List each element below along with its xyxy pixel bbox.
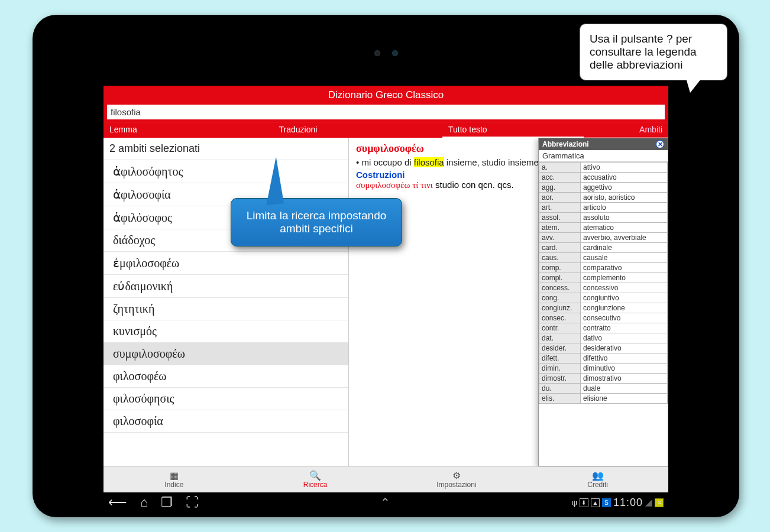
list-item[interactable]: φιλοσοφία	[103, 410, 348, 433]
nav-indice[interactable]: ▦Indice	[103, 467, 245, 492]
list-item[interactable]: φιλοσόφησις	[103, 388, 348, 410]
main-area: 2 ambiti selezionati ἀφιλοσόφητοςἀφιλοσο…	[103, 138, 668, 466]
table-row: concess.concessivo	[539, 283, 668, 293]
table-row: a.attivo	[539, 163, 668, 173]
table-row: dimin.diminutivo	[539, 364, 668, 374]
home-icon[interactable]: ⌂	[140, 495, 148, 510]
tab-tutto-testo[interactable]: Tutto testo	[442, 122, 584, 138]
search-icon: 🔍	[309, 471, 321, 481]
abbrev-panel-title: Abbreviazioni ✕	[539, 138, 668, 150]
bottom-toolbar: ▦Indice 🔍Ricerca ⚙Impostazioni 👥Crediti	[103, 466, 668, 492]
tab-ambiti[interactable]: Ambiti	[584, 122, 668, 138]
list-item[interactable]: ἐμφιλοσοφέω	[103, 252, 348, 275]
table-row: acc.accusativo	[539, 173, 668, 183]
list-item[interactable]: εὐδαιμονική	[103, 275, 348, 298]
image-icon: ▲	[591, 498, 600, 507]
callout-help-legend: Usa il pulsante ? per consultare la lege…	[580, 24, 727, 80]
search-row	[103, 105, 668, 122]
table-row: art.articolo	[539, 203, 668, 213]
system-bar: ⟵ ⌂ ❐ ⛶ ⌃ ψ ⬇ ▲ S 11:00 ◢ ✕	[103, 494, 668, 511]
table-row: card.cardinale	[539, 243, 668, 253]
nav-crediti[interactable]: 👥Crediti	[527, 467, 668, 492]
table-row: consec.consecutivo	[539, 313, 668, 323]
battery-icon: ✕	[655, 498, 664, 507]
table-row: agg.aggettivo	[539, 183, 668, 193]
table-row: assol.assoluto	[539, 213, 668, 223]
usb-icon: ψ	[572, 498, 577, 507]
table-row: caus.causale	[539, 253, 668, 263]
people-icon: 👥	[592, 471, 604, 481]
list-icon: ▦	[170, 471, 179, 481]
entry-detail: συμφιλοσοφέω • mi occupo di filosofia in…	[349, 138, 668, 466]
table-row: comp.comparativo	[539, 263, 668, 273]
table-row: elis.elisione	[539, 394, 668, 404]
filter-tabs: Lemma Traduzioni Tutto testo Ambiti	[103, 122, 668, 138]
lemma-list[interactable]: 2 ambiti selezionati ἀφιλοσόφητοςἀφιλοσο…	[103, 138, 349, 466]
table-row: aor.aoristo, aoristico	[539, 193, 668, 203]
table-row: cong.congiuntivo	[539, 293, 668, 303]
nav-ricerca[interactable]: 🔍Ricerca	[245, 467, 386, 492]
table-row: avv.avverbio, avverbiale	[539, 233, 668, 243]
list-item[interactable]: ἀφιλοσόφητος	[103, 160, 348, 183]
table-row: compl.complemento	[539, 273, 668, 283]
app-screen: Dizionario Greco Classico Lemma Traduzio…	[103, 86, 668, 492]
close-icon[interactable]: ✕	[656, 140, 664, 148]
ambiti-count: 2 ambiti selezionati	[103, 138, 348, 160]
table-row: contr.contratto	[539, 323, 668, 333]
tab-lemma[interactable]: Lemma	[103, 122, 273, 138]
table-row: dat.dativo	[539, 333, 668, 343]
gear-icon: ⚙	[452, 471, 461, 481]
table-row: desider.desiderativo	[539, 343, 668, 353]
skype-icon: S	[602, 498, 611, 507]
screenshot-icon[interactable]: ⛶	[186, 495, 199, 510]
download-icon: ⬇	[580, 498, 588, 507]
app-title: Dizionario Greco Classico	[103, 86, 668, 105]
back-icon[interactable]: ⟵	[108, 495, 127, 510]
tab-traduzioni[interactable]: Traduzioni	[273, 122, 443, 138]
nav-impostazioni[interactable]: ⚙Impostazioni	[386, 467, 528, 492]
abbrev-section: Grammatica	[539, 150, 668, 162]
abbrev-table: a.attivoacc.accusativoagg.aggettivoaor.a…	[539, 162, 668, 404]
table-row: dimostr.dimostrativo	[539, 374, 668, 384]
table-row: difett.difettivo	[539, 353, 668, 364]
abbreviations-panel: Abbreviazioni ✕ Grammatica a.attivoacc.a…	[538, 138, 668, 466]
table-row: congiunz.congiunzione	[539, 303, 668, 313]
table-row: atem.atematico	[539, 223, 668, 233]
list-item[interactable]: συμφιλοσοφέω	[103, 343, 348, 365]
search-input[interactable]	[107, 105, 665, 119]
list-item[interactable]: φιλοσοφέω	[103, 365, 348, 388]
expand-icon[interactable]: ⌃	[380, 495, 390, 510]
callout-ambiti-tip: Limita la ricerca impostando ambiti spec…	[231, 198, 402, 246]
search-highlight: filosofia	[414, 157, 444, 167]
table-row: du.duale	[539, 384, 668, 394]
tablet-frame: Usa il pulsante ? per consultare la lege…	[33, 15, 739, 517]
list-item[interactable]: κυνισμός	[103, 320, 348, 343]
list-item[interactable]: ζητητική	[103, 298, 348, 320]
recent-icon[interactable]: ❐	[161, 495, 173, 510]
signal-icon: ◢	[645, 497, 652, 508]
camera-dots	[374, 50, 398, 56]
clock: 11:00	[613, 497, 643, 509]
